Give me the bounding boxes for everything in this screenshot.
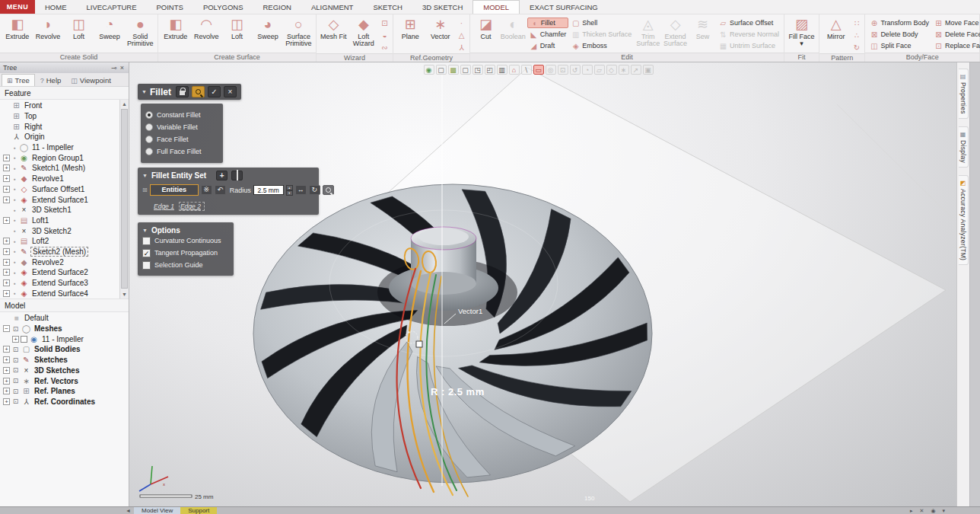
ref-coordinate-icon[interactable]: ⅄: [456, 42, 467, 53]
tree-expander-icon[interactable]: +: [3, 155, 10, 161]
section-x-icon[interactable]: ◳: [472, 65, 482, 75]
draft-button[interactable]: ◢Draft: [527, 40, 569, 51]
scroll-down-icon[interactable]: ▼: [120, 290, 129, 299]
close-view-icon[interactable]: ✕: [920, 508, 924, 514]
tree-expander-icon[interactable]: +: [3, 388, 10, 394]
side-tab-properties[interactable]: ▤Properties: [959, 69, 969, 119]
section-caret-icon[interactable]: ▼: [142, 173, 148, 178]
entities-button[interactable]: Entities: [150, 184, 199, 196]
menu-tab-home[interactable]: HOME: [35, 0, 77, 14]
feature-item-front[interactable]: ⊞Front: [0, 101, 119, 111]
mirror-button[interactable]: △Mirror: [822, 16, 850, 40]
zoom-lock-icon[interactable]: [192, 86, 205, 97]
undo-selection-icon[interactable]: ↶: [215, 185, 226, 195]
tree-expander-icon[interactable]: +: [3, 196, 10, 203]
body-display-icon[interactable]: ▢: [435, 65, 446, 75]
view-mode-icon[interactable]: ◉: [423, 65, 434, 75]
section-y-icon[interactable]: ◰: [484, 65, 495, 75]
emboss-button[interactable]: ◈Emboss: [569, 40, 634, 51]
menu-tab-3d-sketch[interactable]: 3D SKETCH: [412, 0, 473, 14]
menu-tab-polygons[interactable]: POLYGONS: [193, 0, 253, 14]
radius-spinner[interactable]: ▲▼: [286, 185, 293, 195]
menu-tab-livecapture[interactable]: LIVECAPTURE: [77, 0, 147, 14]
menu-tab-sketch[interactable]: SKETCH: [363, 0, 412, 14]
line-select-icon[interactable]: ∖: [520, 65, 531, 75]
section-caret-icon[interactable]: ▼: [142, 228, 148, 233]
delete-entity-set-button[interactable]: [231, 171, 243, 180]
sweep-button[interactable]: ◔Sweep: [94, 16, 124, 40]
menu-tab-alignment[interactable]: ALIGNMENT: [301, 0, 363, 14]
menu-tab-exact-surfacing[interactable]: EXACT SURFACING: [520, 0, 608, 14]
mesh-fit-button[interactable]: ◇Mesh Fit: [319, 16, 348, 40]
tree-scrollbar[interactable]: ▲ ▼: [119, 100, 129, 299]
move-face-button[interactable]: ⊞Move Face: [932, 18, 980, 28]
solid-primitive-button[interactable]: ●Solid Primitive: [126, 16, 155, 47]
surface-primitive-button[interactable]: ○Surface Primitive: [284, 16, 313, 47]
visibility-icon[interactable]: ⊡: [11, 377, 20, 385]
side-tab-accuracy-analyzer-tm[interactable]: ◩Accuracy Analyzer(TM): [959, 175, 969, 265]
replace-face-button[interactable]: ⊡Replace Face: [932, 40, 980, 51]
tree-expander-icon[interactable]: +: [3, 164, 10, 171]
extrude-button[interactable]: ◧Extrude: [161, 16, 190, 40]
ref-point-icon[interactable]: ·: [456, 18, 467, 29]
fillet-dialog-titlebar[interactable]: ▼ Fillet ✓ ×: [138, 84, 241, 100]
fillet-button[interactable]: ◖Fillet: [527, 18, 569, 28]
panel-tab-viewpoint[interactable]: ◫Viewpoint: [66, 75, 116, 86]
visibility-icon[interactable]: ⊡: [11, 366, 20, 374]
model-item-ref-coordinates[interactable]: +⊡⅄Ref. Coordinates: [0, 397, 129, 407]
side-tab-display[interactable]: ▦Display: [959, 126, 969, 168]
status-tab-support[interactable]: Support: [180, 507, 217, 514]
delete-body-button[interactable]: ⊠Delete Body: [867, 29, 931, 40]
feature-item-right[interactable]: ⊞Right: [0, 121, 119, 132]
feature-item-loft1[interactable]: +●▤Loft1: [0, 215, 119, 226]
tree-expander-icon[interactable]: +: [3, 259, 10, 266]
tree-expander-icon[interactable]: +: [3, 186, 10, 193]
rectangular-pattern-icon[interactable]: ∷: [851, 18, 862, 29]
split-view-icon[interactable]: ▥: [496, 65, 507, 75]
plane-button[interactable]: ⊞Plane: [396, 16, 425, 40]
radio-face-fillet[interactable]: Face Fillet: [145, 133, 218, 145]
panel-tab-tree[interactable]: ⊞Tree: [2, 74, 35, 86]
option-selection-guide[interactable]: Selection Guide: [142, 259, 229, 271]
feature-item-sketch2-mesh[interactable]: +●✎Sketch2 (Mesh): [0, 247, 119, 257]
tree-expander-icon[interactable]: +: [3, 175, 10, 182]
tree-expander-icon[interactable]: +: [3, 279, 10, 286]
mesh-display-icon[interactable]: ▢: [460, 65, 470, 75]
model-item-sketches[interactable]: +⊡✎Sketches: [0, 355, 129, 366]
feature-item-origin[interactable]: ⅄Origin: [0, 132, 119, 142]
circular-pattern-icon[interactable]: ∴: [851, 30, 862, 41]
model-item-meshes[interactable]: −⊡◯Meshes: [0, 324, 129, 334]
cut-button[interactable]: ◪Cut: [473, 16, 499, 40]
model-item-ref-planes[interactable]: +⊡⊞Ref. Planes: [0, 386, 129, 397]
model-item-11-impeller[interactable]: +◉11 - Impeller: [0, 334, 129, 344]
radio-constant-fillet[interactable]: Constant Fillet: [145, 109, 218, 121]
feature-item-extend-surface2[interactable]: +●◈Extend Surface2: [0, 267, 119, 278]
loft-button[interactable]: ◫Loft: [64, 16, 94, 40]
panel-tab-help[interactable]: ?Help: [36, 75, 66, 86]
feature-item-extend-surface4[interactable]: +●◈Extend Surface4: [0, 288, 119, 299]
edge-item-edge-2[interactable]: Edge 2: [179, 202, 205, 211]
record-icon[interactable]: ◉: [931, 508, 935, 514]
feature-item-sketch1-mesh[interactable]: +●✎Sketch1 (Mesh): [0, 163, 119, 174]
model-item-3d-sketches[interactable]: +⊡×3D Sketches: [0, 366, 129, 376]
collapse-caret-icon[interactable]: ▼: [142, 89, 147, 94]
feature-item-region-group1[interactable]: +●◉Region Group1: [0, 152, 119, 163]
status-tab-model-view[interactable]: Model View: [134, 507, 180, 514]
tree-expander-icon[interactable]: +: [3, 290, 10, 297]
transform-body-button[interactable]: ⊕Transform Body: [867, 18, 931, 28]
model-item-default[interactable]: ■Default: [0, 313, 129, 324]
viewport[interactable]: Vector1 R : 2.5 mm 150 e x 25 mm: [129, 62, 956, 506]
feature-item-surface-offset1[interactable]: +●◇Surface Offset1: [0, 184, 119, 195]
tree-expander-icon[interactable]: +: [3, 398, 10, 405]
feature-item-11-impeller[interactable]: ●◯11 - Impeller: [0, 142, 119, 153]
measure-tool-icon[interactable]: ⌂: [508, 65, 519, 75]
vector-button[interactable]: ∗Vector: [426, 16, 455, 40]
sketch-wizard-icon[interactable]: ⊡: [379, 18, 390, 29]
play-icon[interactable]: ▸: [910, 508, 913, 514]
option-tangent-propagation[interactable]: ✓Tangent Propagation: [142, 247, 229, 259]
visibility-icon[interactable]: ⊡: [11, 346, 20, 353]
feature-item-revolve1[interactable]: +●◆Revolve1: [0, 174, 119, 184]
close-icon[interactable]: ×: [119, 64, 126, 72]
region-display-icon[interactable]: ▩: [447, 65, 458, 75]
tree-expander-icon[interactable]: +: [3, 367, 10, 374]
